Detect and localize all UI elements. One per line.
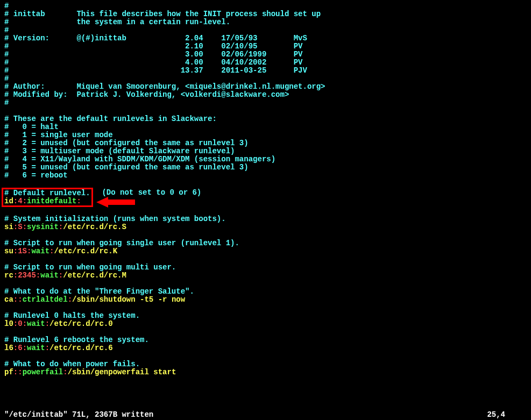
code-text: : (13, 223, 18, 231)
code-line: # (4, 75, 527, 83)
code-text: : (13, 247, 18, 255)
annotation-arrow-stem (108, 200, 135, 205)
code-text: # System initialization (runs when syste… (4, 215, 226, 223)
code-text: /etc/rc.d/rc.M (63, 271, 126, 280)
code-text: :: (13, 295, 23, 304)
code-line: # 6 = reboot (4, 172, 527, 180)
code-text: : (13, 271, 18, 280)
code-line: # (4, 26, 527, 34)
code-text: /etc/rc.d/rc.S (63, 223, 126, 231)
vim-status-bar: "/etc/inittab" 71L, 2367B written 25,4 (0, 410, 531, 420)
code-text: # 4.00 04/10/2002 PV (4, 58, 303, 67)
code-text: # What to do at the "Three Finger Salute… (4, 287, 194, 296)
code-line (4, 280, 527, 288)
annotation-arrow-icon (96, 197, 108, 208)
code-line: l0:0:wait:/etc/rc.d/rc.0 (4, 320, 527, 328)
code-line: # System initialization (runs when syste… (4, 215, 527, 223)
code-line: # 2 = unused (but configured the same as… (4, 139, 527, 147)
code-text: : (13, 344, 18, 352)
code-text: 0 (18, 319, 22, 328)
code-text: 1S (18, 247, 27, 255)
code-text: su (4, 247, 13, 255)
code-line: # (4, 99, 527, 107)
code-text: 4 (18, 197, 22, 205)
code-text: # 2.10 02/10/95 PV (4, 42, 303, 51)
code-text: # 6 = reboot (4, 171, 68, 180)
code-line: # (4, 2, 527, 10)
code-text: # 13.37 2011-03-25 PJV (4, 66, 307, 75)
code-text: # These are the default runlevels in Sla… (4, 115, 217, 123)
code-text: 6 (18, 344, 22, 352)
code-text: : (23, 344, 27, 352)
code-line: ca::ctrlaltdel:/sbin/shutdown -t5 -r now (4, 296, 527, 304)
code-line (4, 304, 527, 312)
code-line (4, 207, 527, 215)
code-text: wait (27, 344, 45, 352)
code-text: si (4, 223, 13, 231)
code-line (4, 231, 527, 239)
code-line: # 4 = X11/Wayland with SDDM/KDM/GDM/XDM … (4, 155, 527, 163)
code-line (4, 255, 527, 264)
code-line: # 1 = single user mode (4, 131, 527, 139)
code-text: # 1 = single user mode (4, 131, 113, 139)
code-text: initdefault (27, 197, 76, 205)
code-text: l6 (4, 344, 13, 352)
code-line: # the system in a certain run-level. (4, 18, 527, 26)
code-text: # inittab This file describes how the IN… (4, 10, 321, 18)
code-text: # Author: Miquel van Smoorenburg, <mique… (4, 82, 325, 91)
code-line: # 0 = halt (4, 123, 527, 131)
code-line: # 2.10 02/10/95 PV (4, 42, 527, 51)
code-text: # What to do when power fails. (4, 360, 140, 368)
code-text: ca (4, 295, 13, 304)
code-text: # (4, 98, 9, 107)
code-text: : (23, 197, 27, 205)
code-line: # These are the default runlevels in Sla… (4, 115, 527, 123)
code-line: pf::powerfail:/sbin/genpowerfail start (4, 368, 527, 376)
code-text: # 3 = multiuser mode (default Slackware … (4, 147, 235, 155)
code-text: # 0 = halt (4, 123, 59, 131)
code-text: : (36, 271, 40, 280)
code-text: S (18, 223, 22, 231)
code-text: # 3.00 02/06/1999 PV (4, 50, 303, 59)
code-text: wait (31, 247, 49, 255)
code-text: rc (4, 271, 13, 280)
code-text: /sbin/genpowerfail start (68, 368, 176, 376)
code-text: 2345 (18, 271, 36, 280)
code-line (4, 328, 527, 336)
code-text: # Runlevel 0 halts the system. (4, 311, 140, 320)
code-line: # 3.00 02/06/1999 PV (4, 51, 527, 59)
code-text: # 5 = unused (but configured the same as… (4, 163, 249, 172)
code-text: : (63, 368, 67, 376)
code-line: # inittab This file describes how the IN… (4, 10, 527, 18)
code-line: rc:2345:wait:/etc/rc.d/rc.M (4, 272, 527, 280)
code-line: # Version: @(#)inittab 2.04 17/05/93 MvS (4, 34, 527, 42)
code-line: # Runlevel 6 reboots the system. (4, 336, 527, 344)
code-text: # Runlevel 6 reboots the system. (4, 336, 149, 344)
code-text: wait (27, 319, 45, 328)
code-text: /etc/rc.d/rc.0 (49, 319, 113, 328)
code-line: # Script to run when going single user (… (4, 239, 527, 247)
code-text: : (23, 319, 27, 328)
code-text: # Script to run when going multi user. (4, 263, 176, 272)
code-text: : (13, 197, 18, 205)
code-text: l0 (4, 319, 13, 328)
code-line: # 3 = multiuser mode (default Slackware … (4, 147, 527, 155)
highlighted-runlevel-box: # Default runlevel.id:4:initdefault: (2, 188, 93, 207)
code-text: ctrlaltdel (23, 295, 68, 304)
code-text: # the system in a certain run-level. (4, 18, 230, 26)
code-text: # Default runlevel. (4, 189, 90, 197)
code-line: # What to do at the "Three Finger Salute… (4, 288, 527, 296)
code-text: id (4, 197, 13, 205)
code-line: l6:6:wait:/etc/rc.d/rc.6 (4, 344, 527, 352)
code-text: : (68, 295, 72, 304)
code-line: # 13.37 2011-03-25 PJV (4, 67, 527, 75)
code-line: # 5 = unused (but configured the same as… (4, 163, 527, 172)
code-text: /sbin/shutdown -t5 -r now (72, 295, 185, 304)
code-text: :: (13, 368, 23, 376)
text-editor-viewport[interactable]: ## inittab This file describes how the I… (0, 0, 531, 379)
code-line: # 4.00 04/10/2002 PV (4, 59, 527, 67)
code-line: # Modified by: Patrick J. Volkerding, <v… (4, 91, 527, 99)
code-text: # Version: @(#)inittab 2.04 17/05/93 MvS (4, 34, 307, 42)
code-text: powerfail (23, 368, 63, 376)
code-text: # Script to run when going single user (… (4, 239, 239, 247)
